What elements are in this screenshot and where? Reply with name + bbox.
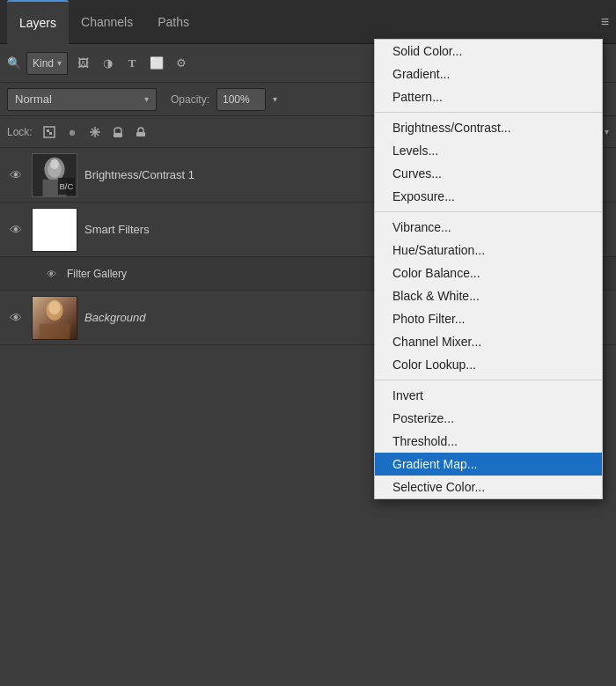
kind-filter-select[interactable]: Kind ▾ — [26, 52, 68, 75]
opacity-input[interactable]: 100% — [216, 88, 266, 111]
menu-item-vibrance[interactable]: Vibrance... — [375, 216, 602, 239]
menu-item-hue-saturation[interactable]: Hue/Saturation... — [375, 239, 602, 262]
opacity-label: Opacity: — [171, 93, 209, 106]
visibility-icon[interactable]: 👁 — [7, 223, 25, 237]
search-icon: 🔍 — [7, 56, 21, 70]
menu-item-selective-color[interactable]: Selective Color... — [375, 476, 602, 498]
menu-item-threshold[interactable]: Threshold... — [375, 430, 602, 453]
svg-point-12 — [50, 159, 59, 169]
lock-pixels-button[interactable] — [62, 122, 82, 142]
menu-item-levels[interactable]: Levels... — [375, 139, 602, 162]
menu-item-color-balance[interactable]: Color Balance... — [375, 262, 602, 284]
smart-filter-icon[interactable]: ⚙ — [172, 54, 191, 73]
menu-item-black-white[interactable]: Black & White... — [375, 284, 602, 307]
svg-point-18 — [48, 300, 60, 313]
layer-thumbnail — [32, 296, 77, 340]
svg-rect-19 — [40, 323, 70, 338]
menu-item-color-lookup[interactable]: Color Lookup... — [375, 353, 602, 376]
image-filter-icon[interactable]: 🖼 — [73, 54, 92, 73]
svg-text:B/C: B/C — [59, 181, 73, 191]
lock-icons — [40, 122, 150, 142]
lock-all-button[interactable] — [131, 122, 150, 142]
background-thumb-svg — [33, 296, 77, 340]
layer-thumbnail — [32, 208, 77, 252]
menu-item-exposure[interactable]: Exposure... — [375, 185, 602, 208]
lock-transparent-button[interactable] — [40, 122, 59, 142]
shape-filter-icon[interactable]: ⬜ — [147, 54, 166, 73]
menu-item-gradient-map[interactable]: Gradient Map... — [375, 453, 602, 476]
circle-filter-icon[interactable]: ◑ — [98, 54, 117, 73]
menu-separator — [375, 380, 602, 380]
svg-rect-2 — [49, 132, 52, 135]
svg-rect-7 — [114, 133, 122, 137]
menu-item-invert[interactable]: Invert — [375, 384, 602, 407]
fill-dropdown-icon[interactable]: ▾ — [605, 127, 609, 136]
visibility-icon[interactable]: 👁 — [42, 269, 60, 279]
menu-item-gradient[interactable]: Gradient... — [375, 63, 602, 85]
layer-thumbnail: B/C — [32, 153, 77, 197]
menu-separator — [375, 112, 602, 113]
panel-menu-icon[interactable]: ≡ — [601, 14, 609, 30]
tab-layers[interactable]: Layers — [7, 0, 69, 44]
lock-label: Lock: — [7, 126, 33, 138]
menu-item-curves[interactable]: Curves... — [375, 162, 602, 185]
visibility-icon[interactable]: 👁 — [7, 168, 25, 182]
svg-rect-8 — [136, 132, 145, 136]
menu-separator — [375, 211, 602, 212]
menu-item-solid-color[interactable]: Solid Color... — [375, 40, 602, 63]
text-filter-icon[interactable]: T — [122, 54, 142, 73]
lock-position-button[interactable] — [85, 122, 105, 142]
opacity-dropdown-icon[interactable]: ▾ — [273, 94, 277, 104]
panel-tabs: Layers Channels Paths ≡ — [0, 0, 616, 44]
svg-rect-1 — [47, 129, 49, 132]
lock-artboard-button[interactable] — [108, 122, 128, 142]
menu-item-brightness-contrast[interactable]: Brightness/Contrast... — [375, 116, 602, 139]
blend-mode-select[interactable]: Normal ▾ — [7, 88, 157, 111]
dropdown-menu: Solid Color... Gradient... Pattern... Br… — [374, 39, 603, 499]
adjustment-thumb-svg: B/C — [33, 153, 77, 197]
tab-channels[interactable]: Channels — [69, 0, 145, 44]
menu-item-photo-filter[interactable]: Photo Filter... — [375, 307, 602, 330]
visibility-icon[interactable]: 👁 — [7, 311, 25, 325]
menu-item-pattern[interactable]: Pattern... — [375, 85, 602, 108]
menu-item-channel-mixer[interactable]: Channel Mixer... — [375, 330, 602, 353]
menu-item-posterize[interactable]: Posterize... — [375, 407, 602, 430]
tab-paths[interactable]: Paths — [145, 0, 202, 44]
